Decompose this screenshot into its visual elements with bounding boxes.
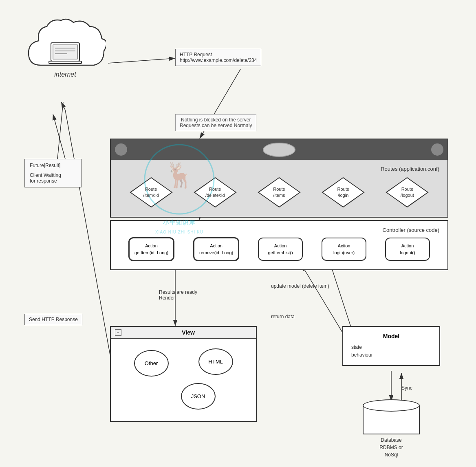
router-header — [111, 139, 447, 160]
model-section: Model state behaviour — [342, 326, 440, 366]
action-title: Action — [264, 242, 297, 249]
view-item-html: HTML — [198, 348, 233, 375]
router-knob-left — [115, 143, 127, 156]
action-item: Action logout() — [385, 238, 430, 261]
sync-label: Sync — [401, 385, 412, 391]
router-body: Routes (application.conf) Route/item/:id… — [111, 160, 447, 217]
future-line1: Future[Result] — [30, 163, 76, 168]
db-top — [363, 399, 420, 412]
server-note-box: Nothing is blocked on the server Request… — [175, 114, 256, 131]
action-title: Action — [391, 242, 424, 249]
db-label: Database RDBMS or NoSql — [355, 436, 428, 458]
http-request-url: http://www.example.com/delete/234 — [180, 57, 257, 63]
controller-body: Controller (source code) Action getItem(… — [111, 221, 447, 269]
action-title: Action — [199, 242, 233, 249]
route-item: Route/items — [257, 176, 302, 209]
route-text: Route/items — [273, 186, 285, 199]
router-knob-right — [431, 143, 443, 156]
controller-section: Controller (source code) Action getItem(… — [110, 220, 448, 270]
route-text: Route/login — [337, 186, 349, 199]
diagram-container: internet HTTP Request http://www.example… — [0, 0, 476, 467]
internet-cloud: internet — [24, 16, 106, 82]
view-header: − View — [111, 327, 256, 339]
model-title: Model — [351, 333, 431, 339]
action-name: logout() — [391, 249, 424, 256]
future-line3: Client Waitting — [30, 172, 76, 178]
action-item: Action remove(id: Long) — [193, 237, 239, 261]
server-note-line2: Requests can be served Normaly — [180, 123, 252, 128]
future-line4: for response — [30, 178, 76, 184]
action-name: remove(id: Long) — [199, 249, 233, 256]
actions-row: Action getItem(id: Long) Action remove(i… — [119, 237, 439, 261]
minimize-icon: − — [115, 329, 121, 336]
database-section: Database RDBMS or NoSql — [355, 399, 428, 458]
route-item: Route/login — [321, 176, 366, 209]
route-item: Route/delete/:id — [193, 176, 238, 209]
router-section: Routes (application.conf) Route/item/:id… — [110, 139, 448, 218]
svg-text:internet: internet — [54, 71, 76, 78]
view-body: Other HTML JSON — [111, 339, 256, 421]
future-result-box: Future[Result] Client Waitting for respo… — [24, 159, 82, 187]
routes-row: Route/item/:id Route/delete/:id Route/it… — [119, 176, 439, 209]
action-name: getItem(id: Long) — [134, 249, 168, 256]
action-item: Action login(user) — [322, 238, 366, 261]
db-cylinder — [363, 399, 420, 434]
send-response-box: Send HTTP Response — [24, 314, 82, 325]
http-request-label: HTTP Request — [180, 52, 257, 57]
model-line1: state — [351, 344, 431, 351]
action-title: Action — [134, 242, 168, 249]
results-ready-label: Results are ready Render — [159, 289, 197, 301]
svg-rect-3 — [49, 61, 82, 64]
view-item-other: Other — [134, 350, 169, 377]
action-item: Action getItemList() — [258, 238, 303, 261]
route-item: Route/logout — [385, 176, 430, 209]
route-item: Route/item/:id — [129, 176, 174, 209]
return-data-label: return data — [271, 314, 295, 319]
update-model-label: update model (delete item) — [271, 283, 329, 289]
router-label: Routes (application.conf) — [119, 166, 439, 172]
router-header-oval — [263, 143, 295, 157]
svg-rect-4 — [53, 45, 77, 59]
controller-label: Controller (source code) — [119, 227, 439, 233]
action-title: Action — [327, 242, 361, 249]
view-title: View — [125, 329, 252, 336]
http-request-box: HTTP Request http://www.example.com/dele… — [175, 49, 261, 66]
send-response-label: Send HTTP Response — [29, 317, 78, 322]
route-text: Route/delete/:id — [205, 186, 225, 199]
route-text: Route/logout — [401, 186, 414, 199]
model-line2: behaviour — [351, 351, 431, 359]
action-item: Action getItem(id: Long) — [128, 237, 174, 261]
action-name: login(user) — [327, 249, 361, 256]
view-item-json: JSON — [181, 383, 216, 410]
view-section: − View Other HTML JSON — [110, 326, 257, 422]
action-name: getItemList() — [264, 249, 297, 256]
route-text: Route/item/:id — [143, 186, 159, 199]
server-note-line1: Nothing is blocked on the server — [180, 117, 252, 123]
